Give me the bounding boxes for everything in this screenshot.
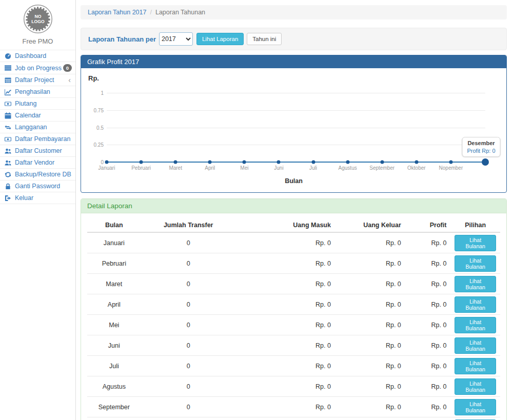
sidebar-item-backup-restore-db[interactable]: Backup/Restore DB — [0, 168, 75, 180]
svg-text:NO: NO — [34, 14, 41, 19]
lihat-bulanan-button-september[interactable]: Lihat Bulanan — [455, 399, 496, 415]
y-tick-label: 0 — [83, 159, 104, 165]
data-point-pebruari[interactable] — [140, 161, 143, 164]
sidebar-item-keluar[interactable]: Keluar — [0, 192, 75, 204]
cell-uang-keluar: Rp. 0 — [335, 376, 405, 397]
sidebar: NO LOGO Free PMO DashboardJob on Progres… — [0, 0, 76, 420]
sidebar-item-calendar[interactable]: Calendar — [0, 109, 75, 121]
cell-bulan: Pebruari — [87, 253, 141, 274]
view-report-button[interactable]: Lihat Laporan — [196, 33, 244, 46]
table-row: Agustus0Rp. 0Rp. 0Rp. 0Lihat Bulanan — [87, 376, 500, 397]
chart-panel-title: Grafik Profit 2017 — [81, 55, 506, 68]
cell-uang-masuk: Rp. 0 — [236, 232, 335, 253]
x-tick-label: Mei — [240, 165, 248, 171]
table-icon — [5, 77, 13, 84]
table-row: Mei0Rp. 0Rp. 0Rp. 0Lihat Bulanan — [87, 315, 500, 335]
lihat-bulanan-button-januari[interactable]: Lihat Bulanan — [455, 235, 496, 251]
cell-uang-keluar: Rp. 0 — [335, 274, 405, 294]
cell-jumlah-transfer: 0 — [141, 294, 236, 315]
data-point-mei[interactable] — [243, 161, 246, 164]
sidebar-item-daftar-pembayaran[interactable]: Daftar Pembayaran — [0, 133, 75, 145]
cell-profit: Rp. 0 — [405, 376, 451, 397]
column-header-profit: Profit — [405, 218, 451, 232]
sidebar-item-piutang[interactable]: Piutang — [0, 97, 75, 109]
sidebar-item-penghasilan[interactable]: Penghasilan — [0, 86, 75, 97]
tooltip-value: Profit Rp: 0 — [467, 148, 495, 154]
cell-jumlah-transfer: 0 — [141, 253, 236, 274]
column-header-uang-keluar: Uang Keluar — [335, 218, 405, 232]
cell-bulan: Juni — [87, 335, 141, 356]
main-content: Laporan Tahun 2017/Laporan Tahunan Lapor… — [76, 0, 513, 420]
breadcrumb-parent-link[interactable]: Laporan Tahun 2017 — [88, 9, 146, 16]
data-point-oktober[interactable] — [415, 161, 418, 164]
sidebar-item-job-on-progress[interactable]: Job on Progress0 — [0, 62, 75, 74]
lihat-bulanan-button-april[interactable]: Lihat Bulanan — [455, 296, 496, 313]
chart-line-icon — [5, 89, 13, 95]
gridline — [107, 128, 485, 128]
x-tick-label: Juli — [309, 165, 317, 171]
lihat-bulanan-button-mei[interactable]: Lihat Bulanan — [455, 317, 496, 333]
table-row: Maret0Rp. 0Rp. 0Rp. 0Lihat Bulanan — [87, 274, 500, 294]
sidebar-item-label: Ganti Password — [15, 183, 72, 190]
cell-profit: Rp. 0 — [405, 232, 451, 253]
data-point-juli[interactable] — [311, 161, 315, 164]
cell-uang-keluar: Rp. 0 — [335, 397, 405, 417]
y-tick-label: 0.25 — [83, 142, 104, 148]
data-point-desember[interactable] — [482, 158, 489, 166]
data-point-januari[interactable] — [105, 161, 109, 164]
cell-uang-keluar: Rp. 0 — [335, 294, 405, 315]
refresh-icon — [5, 171, 13, 178]
sidebar-item-langganan[interactable]: Langganan — [0, 121, 75, 133]
sidebar-item-daftar-customer[interactable]: Daftar Customer — [0, 145, 75, 156]
sidebar-item-daftar-vendor[interactable]: Daftar Vendor — [0, 156, 75, 168]
lihat-bulanan-button-juli[interactable]: Lihat Bulanan — [455, 358, 496, 374]
x-tick-label: Juni — [274, 165, 283, 171]
lock-icon — [5, 183, 13, 190]
data-point-juni[interactable] — [277, 161, 281, 164]
data-point-april[interactable] — [208, 161, 212, 164]
x-tick-label: Oktober — [407, 165, 426, 171]
brand: NO LOGO Free PMO — [0, 0, 75, 50]
cell-profit: Rp. 0 — [405, 253, 451, 274]
cell-pilihan: Lihat Bulanan — [450, 315, 500, 335]
sidebar-item-label: Penghasilan — [15, 88, 72, 95]
cell-pilihan: Lihat Bulanan — [450, 294, 500, 315]
profit-chart-panel: Grafik Profit 2017 Rp. Desember Profit R… — [81, 55, 507, 193]
lihat-bulanan-button-maret[interactable]: Lihat Bulanan — [455, 276, 496, 292]
count-badge: 0 — [63, 64, 72, 72]
table-row: Pebruari0Rp. 0Rp. 0Rp. 0Lihat Bulanan — [87, 253, 500, 274]
no-logo-badge: NO LOGO — [0, 4, 75, 34]
sidebar-item-ganti-password[interactable]: Ganti Password — [0, 180, 75, 192]
cell-jumlah-transfer: 0 — [141, 376, 236, 397]
y-tick-label: 1 — [83, 90, 104, 96]
app-name: Free PMO — [0, 37, 75, 45]
data-point-september[interactable] — [380, 161, 384, 164]
sidebar-item-daftar-project[interactable]: Daftar Project‹ — [0, 74, 75, 86]
table-row: September0Rp. 0Rp. 0Rp. 0Lihat Bulanan — [87, 397, 500, 417]
data-point-nopember[interactable] — [449, 161, 452, 164]
chart-panel-body: Rp. Desember Profit Rp: 0 00.250.50.751J… — [81, 68, 506, 192]
cell-pilihan: Lihat Bulanan — [450, 253, 500, 274]
sidebar-item-dashboard[interactable]: Dashboard — [0, 50, 75, 62]
cell-uang-masuk: Rp. 0 — [236, 417, 335, 420]
gridline — [107, 93, 485, 93]
cell-uang-masuk: Rp. 0 — [236, 315, 335, 335]
sidebar-item-label: Piutang — [15, 100, 72, 107]
y-axis-title: Rp. — [88, 74, 500, 82]
data-point-agustus[interactable] — [346, 161, 349, 164]
cell-pilihan: Lihat Bulanan — [450, 356, 500, 376]
lihat-bulanan-button-juni[interactable]: Lihat Bulanan — [455, 337, 496, 354]
retweet-icon — [5, 124, 13, 131]
y-tick-label: 0.5 — [83, 125, 104, 130]
cell-uang-keluar: Rp. 0 — [335, 417, 405, 420]
money-icon — [5, 136, 13, 143]
sidebar-item-label: Backup/Restore DB — [15, 171, 72, 178]
sidebar-item-label: Daftar Customer — [15, 147, 72, 154]
sidebar-item-label: Dashboard — [15, 52, 72, 59]
year-select[interactable]: 2017 — [159, 32, 193, 46]
cell-bulan: Oktober — [87, 417, 141, 420]
lihat-bulanan-button-pebruari[interactable]: Lihat Bulanan — [455, 255, 496, 272]
data-point-maret[interactable] — [174, 161, 177, 164]
this-year-button[interactable]: Tahun ini — [247, 33, 282, 46]
lihat-bulanan-button-agustus[interactable]: Lihat Bulanan — [455, 378, 496, 395]
